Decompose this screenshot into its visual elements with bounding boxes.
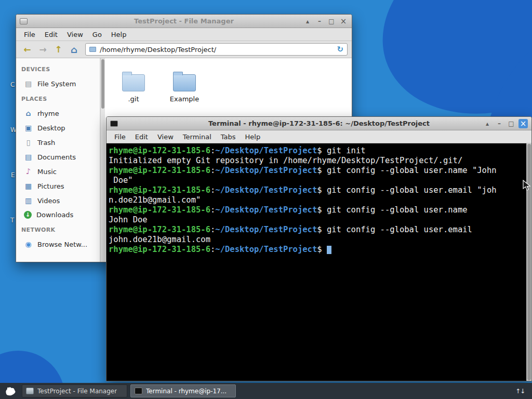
sidebar-item-documents[interactable]: ▤Documents	[16, 150, 100, 164]
terminal-menu-file[interactable]: File	[110, 131, 130, 142]
fm-menu-go[interactable]: Go	[88, 29, 107, 40]
prompt-sep: :	[210, 225, 215, 234]
sidebar-item-file-system[interactable]: ▤File System	[16, 76, 100, 91]
terminal-text: git config --global user.name "John	[322, 166, 497, 175]
downloads-icon: ↓	[24, 211, 32, 219]
terminal-titlebar[interactable]: Terminal - rhyme@ip-172-31-185-6: ~/Desk…	[107, 117, 531, 130]
prompt-path: ~/Desktop/TestProject	[215, 225, 317, 234]
terminal-text	[322, 245, 327, 254]
prompt-sep: $	[317, 166, 322, 175]
terminal-window: Terminal - rhyme@ip-172-31-185-6: ~/Desk…	[106, 116, 532, 381]
folder-icon	[122, 74, 145, 91]
file-manager-toolbar: ← → ↑ ⌂ /home/rhyme/Desktop/TestProject/…	[16, 41, 352, 58]
folder-icon	[89, 47, 96, 52]
fm-menu-edit[interactable]: Edit	[40, 29, 62, 40]
file-manager-title: TestProject - File Manager	[16, 17, 352, 25]
sidebar-item-label: Videos	[37, 197, 60, 205]
sidebar-item-music[interactable]: ♪Music	[16, 164, 100, 179]
maximize-button[interactable]	[507, 119, 516, 128]
terminal-text: git config --global user.name	[322, 205, 468, 215]
trash-icon: ▯	[24, 138, 33, 147]
close-button[interactable]	[518, 119, 528, 128]
drive-icon: ▤	[24, 79, 33, 88]
sidebar-item-pictures[interactable]: ▦Pictures	[16, 179, 100, 193]
refresh-icon[interactable]: ↻	[337, 45, 343, 54]
back-button[interactable]: ←	[20, 43, 34, 56]
sidebar-item-desktop[interactable]: ▣Desktop	[16, 121, 100, 135]
terminal-menu-edit[interactable]: Edit	[130, 131, 153, 142]
terminal-menu-help[interactable]: Help	[241, 131, 265, 142]
minimize-button[interactable]	[495, 119, 504, 128]
sidebar-item-label: Trash	[37, 139, 55, 147]
applications-menu-button[interactable]	[3, 384, 18, 398]
sidebar-section-devices: DEVICES	[16, 61, 100, 76]
prompt-sep: $	[317, 245, 322, 254]
sidebar-item-label: Pictures	[37, 182, 64, 190]
prompt-sep: :	[210, 205, 215, 215]
sidebar-item-downloads[interactable]: ↓Downloads	[16, 208, 100, 222]
shade-button[interactable]	[303, 17, 312, 26]
terminal-menu-tabs[interactable]: Tabs	[216, 131, 241, 142]
close-button[interactable]	[339, 17, 348, 26]
sidebar-item-label: Desktop	[37, 124, 65, 132]
prompt-sep: $	[317, 205, 322, 215]
desktop-icon-label[interactable]: T	[10, 217, 14, 224]
file-manager-titlebar[interactable]: TestProject - File Manager	[16, 15, 352, 28]
sidebar-scrollbar[interactable]	[100, 58, 105, 262]
prompt-user: rhyme@ip-172-31-185-6	[109, 205, 210, 215]
home-button[interactable]: ⌂	[67, 43, 81, 56]
prompt-path: ~/Desktop/TestProject	[215, 166, 317, 175]
terminal-line: john.doe21b@gmail.com	[109, 235, 526, 245]
fm-menu-view[interactable]: View	[62, 29, 88, 40]
prompt-path: ~/Desktop/TestProject	[215, 146, 317, 155]
music-icon: ♪	[24, 167, 33, 176]
prompt-user: rhyme@ip-172-31-185-6	[109, 166, 210, 175]
taskbar-button[interactable]: Terminal - rhyme@ip-17...	[130, 384, 236, 397]
sidebar-item-label: File System	[37, 80, 76, 88]
fm-menu-help[interactable]: Help	[107, 29, 131, 40]
taskbar-button-label: Terminal - rhyme@ip-17...	[146, 388, 227, 395]
terminal-line: rhyme@ip-172-31-185-6:~/Desktop/TestProj…	[109, 205, 526, 215]
sidebar-item-videos[interactable]: ▥Videos	[16, 193, 100, 208]
terminal-text: git init	[322, 146, 366, 155]
terminal-text: John Doe	[109, 215, 148, 224]
file-name: Example	[166, 95, 203, 103]
forward-button[interactable]: →	[36, 43, 50, 56]
taskbar: TestProject - File ManagerTerminal - rhy…	[0, 383, 532, 399]
sidebar-item-rhyme[interactable]: ⌂rhyme	[16, 106, 100, 121]
scrollbar-thumb[interactable]	[101, 59, 104, 109]
sidebar-item-label: Documents	[37, 153, 76, 161]
file-manager-sidebar: DEVICES▤File SystemPLACES⌂rhyme▣Desktop▯…	[16, 58, 100, 262]
tb-terminal-icon	[135, 388, 142, 394]
terminal-line: rhyme@ip-172-31-185-6:~/Desktop/TestProj…	[109, 185, 526, 195]
terminal-text: john.doe21b@gmail.com	[109, 235, 210, 244]
path-bar[interactable]: /home/rhyme/Desktop/TestProject/ ↻	[85, 43, 348, 56]
prompt-user: rhyme@ip-172-31-185-6	[109, 245, 210, 254]
maximize-button[interactable]	[327, 17, 336, 26]
taskbar-button[interactable]: TestProject - File Manager	[22, 384, 127, 397]
desktop-icon-label[interactable]: C	[10, 81, 15, 88]
terminal-output[interactable]: rhyme@ip-172-31-185-6:~/Desktop/TestProj…	[107, 143, 526, 381]
minimize-button[interactable]	[315, 17, 324, 26]
sidebar-item-trash[interactable]: ▯Trash	[16, 135, 100, 150]
terminal-scrollbar[interactable]	[526, 143, 531, 381]
terminal-title: Terminal - rhyme@ip-172-31-185-6: ~/Desk…	[107, 119, 531, 127]
path-text: /home/rhyme/Desktop/TestProject/	[100, 46, 216, 54]
up-button[interactable]: ↑	[51, 43, 65, 56]
file-example[interactable]: Example	[166, 71, 203, 103]
fm-menu-file[interactable]: File	[19, 29, 40, 40]
prompt-sep: :	[210, 245, 215, 254]
sidebar-item-browse-netw-[interactable]: ◉Browse Netw...	[16, 237, 100, 251]
shade-button[interactable]	[483, 119, 492, 128]
prompt-path: ~/Desktop/TestProject	[215, 245, 317, 254]
file-manager-menubar: FileEditViewGoHelp	[16, 28, 352, 41]
terminal-menu-view[interactable]: View	[153, 131, 178, 142]
desktop-icon-label[interactable]: E	[11, 171, 15, 179]
sidebar-item-label: Browse Netw...	[37, 241, 87, 248]
network-icon: ◉	[24, 240, 33, 248]
network-traffic-icon[interactable]: ↑↓	[515, 388, 529, 395]
terminal-menu-terminal[interactable]: Terminal	[178, 131, 216, 142]
prompt-sep: :	[210, 185, 215, 195]
file-git[interactable]: .git	[115, 71, 152, 103]
terminal-text: git config --global user.email "joh	[322, 185, 497, 195]
